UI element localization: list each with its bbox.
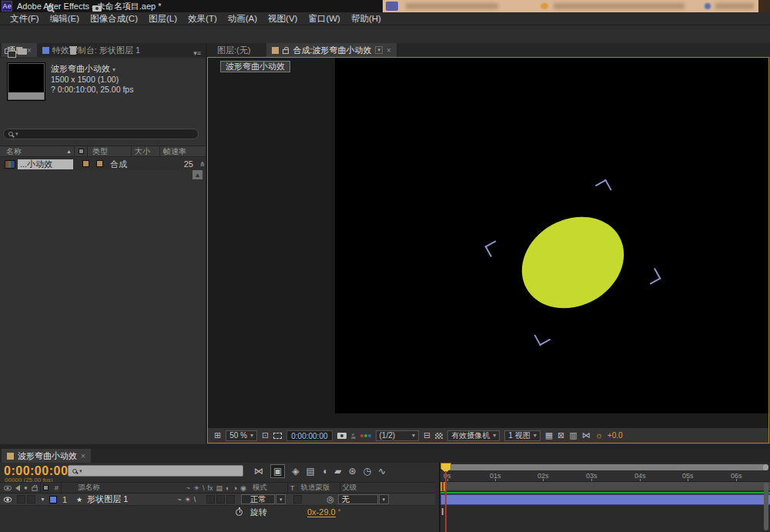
transparency-grid-icon[interactable]: [435, 433, 443, 439]
parent-arrow[interactable]: ▾: [379, 494, 389, 504]
fast-preview-icon[interactable]: ⊟: [424, 431, 430, 440]
region-of-interest-icon[interactable]: [273, 433, 282, 439]
menu-effect[interactable]: 效果(T): [182, 13, 223, 25]
time-navigator-bar[interactable]: [442, 464, 768, 470]
dropdown-icon[interactable]: ▾: [375, 46, 383, 54]
layer-duration-bar[interactable]: [440, 494, 770, 505]
composition-view-area[interactable]: 波形弯曲小动效: [207, 57, 769, 429]
menu-edit[interactable]: 编辑(E): [45, 13, 85, 25]
menu-window[interactable]: 窗口(W): [303, 13, 346, 25]
layer-shy-icon[interactable]: ~: [177, 496, 181, 504]
layer-collapse-icon[interactable]: ☀: [185, 496, 191, 504]
matte-t-header[interactable]: T: [290, 483, 295, 492]
close-icon[interactable]: ×: [27, 46, 32, 55]
timeline-button-icon[interactable]: ▦: [545, 431, 553, 440]
parent-dropdown[interactable]: 无: [338, 494, 378, 504]
zoom-dropdown[interactable]: 50 % ▾: [226, 430, 257, 441]
panel-menu-button[interactable]: ▾≡: [193, 49, 206, 57]
layer-fx-toggle[interactable]: [206, 495, 215, 504]
solo-toggle[interactable]: [27, 495, 35, 504]
scrollbar-up-button[interactable]: ▲: [192, 170, 203, 179]
label-color-swatch[interactable]: [82, 160, 89, 167]
menu-help[interactable]: 帮助(H): [346, 13, 387, 25]
tab-comp-viewer[interactable]: 合成:波形弯曲小动效 ▾ ×: [266, 43, 396, 57]
layer-row[interactable]: ▼ 1 ★ 形状图层 1 ~ ☀ \ 正常 ▾ ◎ 无 ▾: [0, 494, 435, 506]
layer-switches[interactable]: ~ ☀ \: [177, 496, 196, 504]
layer-frame-blend-toggle[interactable]: [216, 495, 225, 504]
grid-options-icon[interactable]: ⊞: [214, 431, 221, 440]
project-search-input[interactable]: ▾: [3, 129, 199, 139]
track-matte-header[interactable]: 轨道蒙版: [301, 483, 330, 493]
tab-timeline-comp[interactable]: 波形弯曲小动效 ×: [2, 449, 91, 463]
mini-flowchart-icon[interactable]: ⋈: [582, 431, 591, 440]
reset-exposure-icon[interactable]: ☼: [595, 431, 603, 440]
rotation-value[interactable]: 0x-29.0: [307, 507, 336, 517]
interpret-footage-icon[interactable]: [5, 49, 12, 54]
motion-blur-icon[interactable]: ◖: [322, 466, 327, 477]
menu-layer[interactable]: 图层(L): [143, 13, 182, 25]
tab-effect-controls[interactable]: 特效控制台: 形状图层 1: [37, 43, 146, 57]
mode-header[interactable]: 模式: [253, 483, 267, 493]
item-name-edit-field[interactable]: ...小动效: [18, 159, 73, 169]
snapshot-icon[interactable]: [337, 433, 346, 439]
graph-editor-icon[interactable]: ∿: [378, 466, 386, 477]
track-matte-box[interactable]: [293, 495, 302, 504]
tab-layer-viewer[interactable]: 图层:(无): [212, 43, 256, 57]
column-type[interactable]: 类型: [88, 146, 131, 157]
timeline-vertical-scrollbar[interactable]: [764, 483, 768, 530]
menu-file[interactable]: 文件(F): [5, 13, 45, 25]
layer-motion-blur-toggle[interactable]: [226, 495, 235, 504]
property-row-rotation[interactable]: 旋转 0x-29.0 °: [0, 506, 435, 518]
label-column-icon: [43, 485, 49, 490]
resolution-dropdown[interactable]: (1/2) ▾: [376, 430, 420, 441]
trash-icon[interactable]: [70, 48, 76, 55]
blend-mode-dropdown[interactable]: 正常: [241, 494, 275, 504]
column-framerate[interactable]: 帧速率: [160, 146, 186, 157]
layer-quality-icon[interactable]: \: [194, 496, 196, 504]
close-icon[interactable]: ×: [81, 452, 85, 460]
menu-animation[interactable]: 动画(A): [223, 13, 263, 25]
parent-pickwhip-icon[interactable]: ◎: [326, 494, 334, 504]
brainstorm-icon[interactable]: ▰: [334, 466, 341, 477]
label-column-icon[interactable]: [75, 147, 87, 156]
comp-button-icon[interactable]: ⊠: [557, 431, 564, 440]
blend-mode-arrow[interactable]: ▾: [276, 494, 286, 504]
view-layout-dropdown[interactable]: 1 视图 ▾: [504, 430, 540, 441]
work-area-bar[interactable]: [440, 482, 770, 491]
safe-margins-icon[interactable]: ⊡: [262, 431, 269, 440]
exposure-value[interactable]: +0.0: [608, 431, 623, 440]
tab-comp-label: 合成:波形弯曲小动效: [293, 45, 371, 56]
stopwatch-icon[interactable]: [236, 509, 243, 516]
property-name[interactable]: 旋转: [250, 507, 267, 518]
viewer-timecode[interactable]: 0:00:00:00: [286, 430, 332, 441]
frame-blending-icon[interactable]: ▤: [306, 466, 315, 477]
layer-name[interactable]: 形状图层 1: [87, 494, 128, 505]
flowchart-button-icon[interactable]: ▥: [569, 431, 577, 440]
breadcrumb-comp-button[interactable]: 波形弯曲小动效: [220, 61, 290, 72]
shy-layers-icon[interactable]: ◈: [292, 466, 299, 477]
timeline-search-input[interactable]: ▾: [68, 465, 243, 477]
close-icon[interactable]: ×: [387, 46, 391, 55]
composition-name[interactable]: 波形弯曲小动效 ▾: [51, 64, 133, 75]
source-name-header[interactable]: 源名称: [78, 483, 100, 493]
auto-keyframe-icon[interactable]: ⊛: [348, 466, 356, 477]
layer-label-swatch[interactable]: [49, 496, 57, 504]
layer-visibility-icon[interactable]: [4, 497, 12, 502]
camera-view-dropdown[interactable]: 有效摄像机 ▾: [447, 430, 500, 441]
expand-icon[interactable]: ▼: [40, 497, 45, 502]
time-ruler[interactable]: 0s 01s 02s 03s 04s 05s 06s: [440, 471, 770, 482]
sort-asc-icon[interactable]: ▲: [66, 149, 74, 154]
column-size[interactable]: 大小: [132, 146, 159, 157]
menu-composition[interactable]: 图像合成(C): [85, 13, 143, 25]
project-item-row[interactable]: ...小动效 合成 25 ⋔: [0, 158, 206, 170]
parent-header[interactable]: 父级: [343, 483, 357, 493]
stopwatch-mode-icon[interactable]: ◷: [363, 466, 370, 477]
draft-3d-icon[interactable]: ▣: [270, 464, 285, 478]
column-name[interactable]: 名称: [0, 146, 66, 157]
audio-toggle[interactable]: [17, 495, 25, 504]
channels-icon[interactable]: [360, 434, 371, 437]
menu-view[interactable]: 视图(V): [263, 13, 303, 25]
lock-icon[interactable]: [283, 49, 289, 54]
comp-mini-flowchart-icon[interactable]: ⋈: [254, 466, 263, 477]
new-folder-icon[interactable]: [18, 49, 27, 55]
